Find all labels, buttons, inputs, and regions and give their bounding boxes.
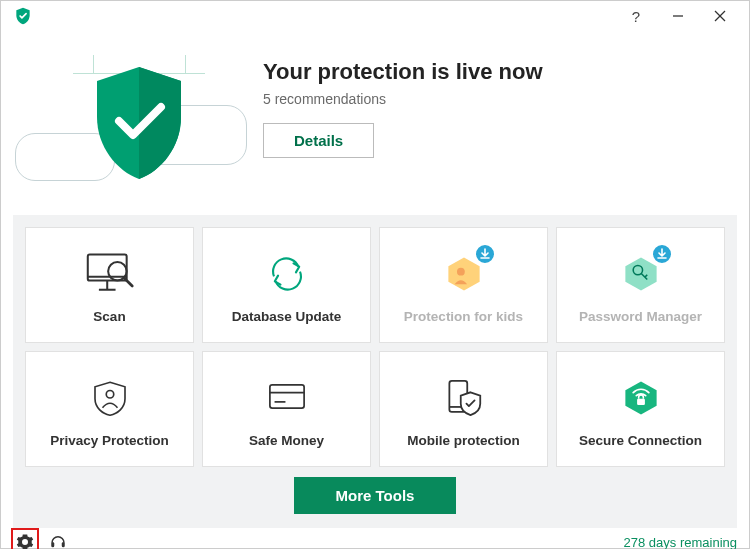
tile-password-manager[interactable]: Password Manager — [556, 227, 725, 343]
privacy-icon — [86, 375, 134, 421]
hero-section: Your protection is live now 5 recommenda… — [1, 31, 749, 215]
tile-database-update[interactable]: Database Update — [202, 227, 371, 343]
tile-label: Database Update — [232, 309, 342, 324]
help-button[interactable]: ? — [615, 1, 657, 31]
scan-icon — [80, 249, 140, 299]
headset-icon — [49, 533, 67, 549]
shield-check-icon — [89, 63, 189, 183]
tile-scan[interactable]: Scan — [25, 227, 194, 343]
svg-marker-19 — [625, 381, 656, 414]
license-remaining[interactable]: 278 days remaining — [624, 535, 737, 550]
svg-line-8 — [123, 277, 131, 285]
app-shield-icon — [13, 6, 33, 26]
tile-secure-connection[interactable]: Secure Connection — [556, 351, 725, 467]
help-icon: ? — [632, 8, 640, 25]
tile-privacy-protection[interactable]: Privacy Protection — [25, 351, 194, 467]
app-window: ? Your protection is live now 5 recommen… — [0, 0, 750, 549]
svg-rect-21 — [51, 542, 54, 547]
tools-panel: Scan Database Update — [13, 215, 737, 528]
svg-point-13 — [106, 390, 114, 398]
tile-safe-money[interactable]: Safe Money — [202, 351, 371, 467]
hero-illustration — [13, 45, 253, 205]
gear-icon — [16, 533, 34, 549]
titlebar: ? — [1, 1, 749, 31]
tile-label: Protection for kids — [404, 309, 523, 324]
support-button[interactable] — [47, 531, 69, 549]
recommendations-count: 5 recommendations — [263, 91, 737, 107]
mobile-protection-icon — [438, 374, 490, 422]
close-icon — [714, 10, 726, 22]
tile-label: Password Manager — [579, 309, 702, 324]
tile-label: Privacy Protection — [50, 433, 169, 448]
details-button[interactable]: Details — [263, 123, 374, 158]
download-badge-icon — [474, 243, 496, 265]
minimize-icon — [672, 10, 684, 22]
protection-status-title: Your protection is live now — [263, 59, 737, 85]
svg-line-2 — [715, 11, 725, 21]
tile-label: Secure Connection — [579, 433, 702, 448]
tile-protection-for-kids[interactable]: Protection for kids — [379, 227, 548, 343]
minimize-button[interactable] — [657, 1, 699, 31]
tools-grid: Scan Database Update — [25, 227, 725, 467]
tile-label: Safe Money — [249, 433, 324, 448]
footer: 278 days remaining — [1, 528, 749, 549]
secure-connection-icon — [616, 374, 666, 422]
settings-button[interactable] — [14, 531, 36, 549]
svg-rect-22 — [62, 542, 65, 547]
safe-money-icon — [261, 377, 313, 419]
tile-mobile-protection[interactable]: Mobile protection — [379, 351, 548, 467]
close-button[interactable] — [699, 1, 741, 31]
database-update-icon — [261, 251, 313, 297]
svg-rect-14 — [269, 384, 303, 407]
tile-label: Mobile protection — [407, 433, 520, 448]
svg-rect-20 — [637, 398, 645, 404]
tile-label: Scan — [93, 309, 125, 324]
settings-highlight — [11, 528, 39, 549]
svg-line-1 — [715, 11, 725, 21]
download-badge-icon — [651, 243, 673, 265]
svg-point-10 — [456, 267, 464, 275]
more-tools-button[interactable]: More Tools — [294, 477, 457, 514]
